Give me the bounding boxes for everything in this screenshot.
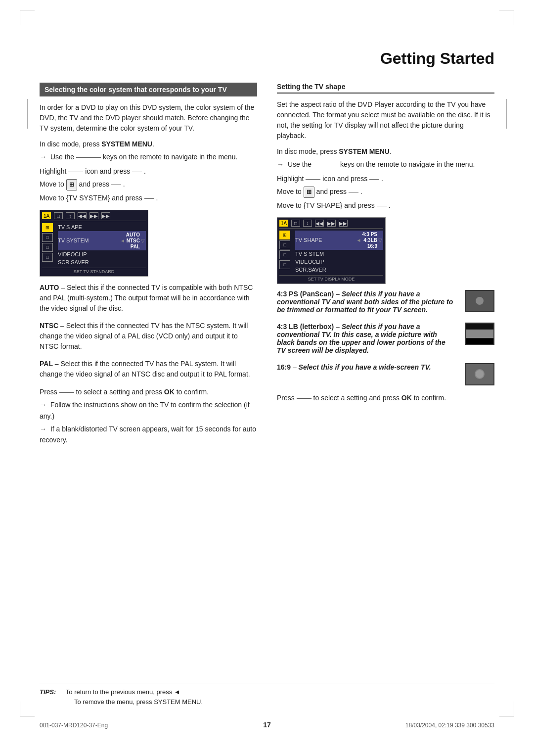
auto-desc: AUTO – Select this if the connected TV i… [40, 283, 257, 314]
left-section-header: Selecting the color system that correspo… [40, 83, 257, 96]
page-number: 17 [263, 721, 271, 729]
ps-image [465, 290, 494, 312]
wide-text: 16:9 – Select this if you have a wide-sc… [277, 363, 456, 373]
menu-row-tvsystem: TV SYSTEM ◄ AUTO NTSC PAL ▽ [58, 231, 146, 250]
left-column: Selecting the color system that correspo… [40, 83, 257, 448]
left-menu-footer: SET TV STANDARD [42, 268, 146, 274]
pal-desc: PAL – Select this if the connected TV ha… [40, 359, 257, 379]
page-container: Getting Started Selecting the color syst… [0, 0, 534, 756]
menu-row-scrsaver: SCR.SAVER [58, 258, 146, 266]
lb-entry: 4:3 LB (letterbox) – Select this if you … [277, 323, 494, 356]
ps-text: 4:3 PS (PanScan) – Select this if you ha… [277, 290, 456, 316]
right-menu-row-videoclip: VIDEOCLIP [295, 258, 383, 266]
right-menu-footer: SET TV DISPLA MODE [279, 275, 383, 282]
side-line-left [27, 99, 28, 129]
tips-line1: To return to the previous menu, press ◄ [66, 688, 180, 696]
right-step1: In disc mode, press SYSTEM MENU. [277, 146, 494, 157]
right-intro: Set the aspect ratio of the DVD Player a… [277, 99, 494, 141]
right-press-confirm: Press to select a setting and press OK t… [277, 392, 494, 403]
left-intro: In order for a DVD to play on this DVD s… [40, 102, 257, 134]
footer-right: 18/03/2004, 02:19 339 300 30533 [405, 722, 494, 729]
main-content: Selecting the color system that correspo… [40, 83, 494, 448]
page-title: Getting Started [40, 49, 494, 68]
wide-image [465, 363, 494, 385]
ps-entry: 4:3 PS (PanScan) – Select this if you ha… [277, 290, 494, 316]
corner-mark-br [499, 702, 514, 716]
left-step1: In disc mode, press SYSTEM MENU. [40, 139, 257, 149]
tips-label: TIPS: [40, 688, 56, 696]
left-step1a: → Use the keys on the remote to navigate… [40, 151, 257, 162]
corner-mark-bl [20, 702, 35, 716]
lb-text: 4:3 LB (letterbox) – Select this if you … [277, 323, 456, 356]
left-press-confirm: Press to select a setting and press OK t… [40, 386, 257, 397]
lb-image [465, 323, 494, 345]
ntsc-desc: NTSC – Select this if the connected TV h… [40, 321, 257, 352]
right-step3a: Move to ⊞ and press . [277, 186, 494, 198]
left-step3b: Move to {TV SYSTEM} and press . [40, 192, 257, 203]
menu-row-videoclip: VIDEOCLIP [58, 250, 146, 258]
right-menu-row-tvshape: TV SHAPE ◄ 4:3 PS 4:3LB 16:9 ▽ [295, 231, 383, 250]
footer-left: 001-037-MRD120-37-Eng [40, 722, 108, 729]
right-menu-row-scrsaver: SCR.SAVER [295, 266, 383, 274]
right-menu-mockup: 1A □ ↕ ◀◀ ▶▶ ▶▶ ⊞ □ □ □ [277, 217, 386, 284]
right-menu-row-tvstem: TV S STEM [295, 250, 383, 258]
wide-entry: 16:9 – Select this if you have a wide-sc… [277, 363, 494, 385]
left-menu-mockup: 1A □ ↕ ◀◀ ▶▶ ▶▶ ⊞ □ □ □ [40, 210, 148, 277]
tips-line2: To remove the menu, press SYSTEM MENU. [74, 698, 203, 706]
right-step1a: → Use the keys on the remote to navigate… [277, 159, 494, 170]
tips-section: TIPS: To return to the previous menu, pr… [40, 683, 494, 707]
menu-row-tvsape: TV S APE [58, 223, 146, 231]
right-step2: Highlight icon and press . [277, 173, 494, 184]
left-follow1: → Follow the instructions show on the TV… [40, 399, 257, 422]
right-step3b: Move to {TV SHAPE} and press . [277, 200, 494, 211]
side-line-right [506, 99, 507, 129]
corner-mark-tr [499, 10, 514, 25]
left-follow2: → If a blank/distorted TV screen appears… [40, 424, 257, 446]
right-column: Setting the TV shape Set the aspect rati… [277, 83, 494, 448]
left-step3a: Move to ⊞ and press . [40, 179, 257, 190]
corner-mark-tl [20, 10, 35, 25]
right-section-header: Setting the TV shape [277, 83, 494, 94]
left-step2: Highlight icon and press . [40, 166, 257, 177]
